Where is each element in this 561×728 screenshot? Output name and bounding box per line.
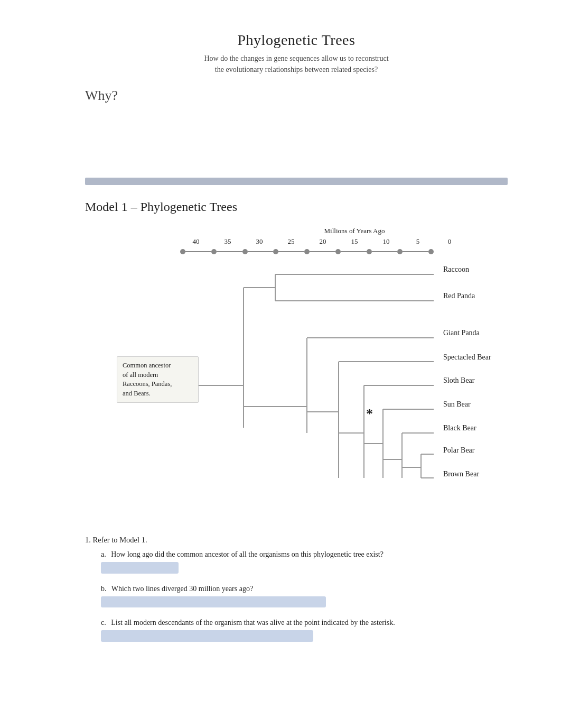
dot-4	[273, 249, 278, 254]
dot-8	[397, 249, 403, 254]
species-black-bear: Black Bear	[443, 423, 476, 432]
question-main: 1. Refer to Model 1.	[85, 536, 508, 545]
dot-line-7	[372, 251, 398, 252]
tick-35: 35	[212, 237, 244, 246]
species-giant-panda: Giant Panda	[443, 328, 480, 337]
dot-9	[428, 249, 434, 254]
section-divider	[85, 178, 508, 185]
dot-line-6	[341, 251, 367, 252]
answer-b: Raccoon/Red Panda line and the Panda/Bea…	[101, 596, 326, 608]
species-raccoon: Raccoon	[443, 265, 469, 274]
dot-5	[304, 249, 310, 254]
species-spectacled-bear: Spectacled Bear	[443, 353, 491, 362]
question-1: 1. Refer to Model 1. a. How long ago did…	[85, 536, 508, 642]
title-section: Phylogenetic Trees How do the changes in…	[85, 32, 508, 75]
tick-30: 30	[244, 237, 275, 246]
dot-1	[180, 249, 185, 254]
tick-25: 25	[275, 237, 307, 246]
tick-40: 40	[180, 237, 212, 246]
answer-c: Spectacled Bear, Sloth Bear, Sun Bear, B…	[101, 630, 313, 642]
dot-7	[367, 249, 372, 254]
dot-line-2	[217, 251, 242, 252]
axis-label: Millions of Years Ago	[180, 227, 529, 235]
species-brown-bear: Brown Bear	[443, 469, 479, 478]
questions-section: 1. Refer to Model 1. a. How long ago did…	[85, 536, 508, 642]
sub-questions: a. How long ago did the common ancestor …	[101, 549, 508, 642]
page-container: Phylogenetic Trees How do the changes in…	[43, 0, 518, 684]
sub-question-c: c. List all modern descendants of the or…	[101, 617, 508, 642]
dot-3	[242, 249, 248, 254]
ancestor-box: Common ancestor of all modern Raccoons, …	[117, 356, 199, 403]
dot-line-3	[248, 251, 274, 252]
dot-line-8	[403, 251, 428, 252]
timeline-row	[180, 249, 529, 254]
tick-15: 15	[339, 237, 370, 246]
species-red-panda: Red Panda	[443, 291, 475, 300]
tick-0: 0	[434, 237, 465, 246]
dot-line	[185, 251, 211, 252]
sub-question-b: b. Which two lines diverged 30 million y…	[101, 583, 508, 608]
answer-a: about 40 million years ago	[101, 562, 179, 574]
dot-2	[211, 249, 217, 254]
why-section: Why?	[85, 88, 508, 104]
species-polar-bear: Polar Bear	[443, 446, 474, 455]
species-sun-bear: Sun Bear	[443, 400, 471, 409]
main-title: Phylogenetic Trees	[85, 32, 508, 49]
why-label: Why?	[85, 88, 118, 103]
model-title: Model 1 – Phylogenetic Trees	[85, 200, 508, 214]
tick-10: 10	[370, 237, 402, 246]
timeline-dots	[180, 249, 434, 254]
dot-line-5	[310, 251, 335, 252]
tree-svg: *	[180, 259, 561, 512]
tick-20: 20	[307, 237, 339, 246]
tick-5: 5	[402, 237, 434, 246]
sub-question-a: a. How long ago did the common ancestor …	[101, 549, 508, 574]
axis-ticks: 40 35 30 25 20 15 10 5 0	[180, 237, 529, 246]
phylogenetic-tree: Common ancestor of all modern Raccoons, …	[117, 259, 529, 514]
dot-line-4	[278, 251, 304, 252]
dot-6	[335, 249, 341, 254]
subtitle: How do the changes in gene sequences all…	[85, 53, 508, 75]
asterisk-marker: *	[366, 406, 373, 421]
tree-container: Millions of Years Ago 40 35 30 25 20 15 …	[117, 227, 529, 514]
species-sloth-bear: Sloth Bear	[443, 376, 475, 385]
